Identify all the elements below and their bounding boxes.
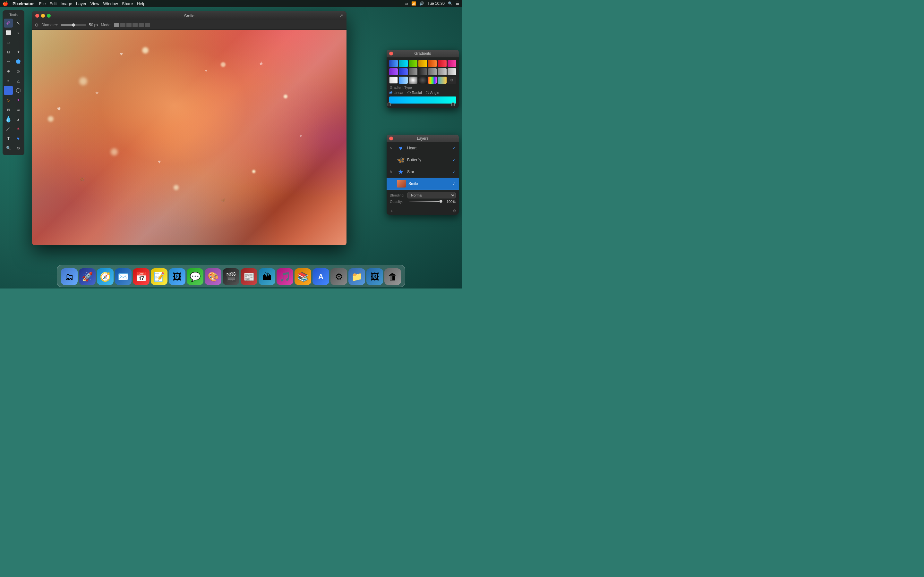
liquify-tool[interactable]: ≋	[14, 105, 23, 114]
gradient-type-linear[interactable]: Linear	[389, 91, 404, 95]
dock-trash[interactable]: 🗑	[384, 268, 401, 285]
menu-window[interactable]: Window	[103, 1, 118, 6]
gradient-swatch-dark[interactable]	[418, 77, 427, 84]
gradient-swatch-pink[interactable]	[447, 60, 456, 67]
toolbar-settings-icon[interactable]: ⚙	[35, 23, 39, 27]
move-tool[interactable]: ✛	[14, 47, 23, 56]
gradient-swatch-gray1[interactable]	[409, 68, 417, 75]
dock-appstore[interactable]: A	[312, 268, 329, 285]
window-expand-button[interactable]: ⤢	[339, 13, 343, 18]
dock-notes[interactable]: 📝	[151, 268, 168, 285]
color-line-tool[interactable]: ✶	[14, 124, 23, 133]
gradient-swatch-gray4[interactable]	[438, 68, 446, 75]
dock-folder[interactable]: 📁	[349, 268, 365, 285]
dock-papers[interactable]: 📰	[241, 268, 257, 285]
apple-menu[interactable]: 🍎	[3, 1, 8, 6]
layer-star[interactable]: fx ★ Star ✓	[387, 166, 459, 178]
dock-mail[interactable]: ✉️	[115, 268, 132, 285]
layer-heart-check[interactable]: ✓	[452, 146, 456, 150]
menu-file[interactable]: File	[39, 1, 45, 6]
layer-heart[interactable]: fx ♥ Heart ✓	[387, 142, 459, 154]
crop-tool[interactable]: ⊡	[4, 47, 13, 56]
layers-panel-close[interactable]	[389, 137, 393, 140]
dock-safari[interactable]: 🧭	[97, 268, 113, 285]
sharpen-tool[interactable]: △	[14, 76, 23, 85]
clone-stamp-tool[interactable]: ⊕	[4, 67, 13, 76]
canvas-area[interactable]: ♥ ♥ ♥ ♥ ♥ ★ ★ 🦋 🦋	[32, 30, 347, 245]
dock-photos[interactable]: 🏔	[258, 268, 275, 285]
layer-smile[interactable]: Smile ✓	[387, 178, 459, 190]
dock-pixelmator[interactable]: 🎨	[205, 268, 221, 285]
color-fill-tool[interactable]: ⬟	[14, 57, 23, 66]
dock-sysprefs[interactable]: ⚙	[330, 268, 347, 285]
mode-icon-3[interactable]	[126, 23, 132, 27]
gradient-swatch-cyan[interactable]	[399, 60, 407, 67]
smudge-tool[interactable]: ≈	[4, 76, 13, 85]
line-tool[interactable]: |	[2, 122, 15, 135]
blend-select[interactable]: NormalMultiplyScreenOverlayDarkenLighten…	[407, 192, 456, 198]
gradient-swatch-red[interactable]	[438, 60, 446, 67]
gradient-stop-left[interactable]	[388, 103, 391, 106]
diameter-slider[interactable]	[61, 24, 86, 26]
gradient-type-angle-radio[interactable]	[426, 91, 429, 94]
mode-icon-4[interactable]	[132, 23, 137, 27]
paint-brush-tool[interactable]: ✐	[4, 19, 13, 27]
menu-layer[interactable]: Layer	[76, 1, 87, 6]
menu-help[interactable]: Help	[137, 1, 145, 6]
gradient-swatch-indigo[interactable]	[399, 68, 407, 75]
pencil-tool[interactable]: ✏	[4, 57, 13, 66]
fill-rect-tool[interactable]: ■	[4, 86, 13, 95]
gradient-swatch-purple[interactable]	[389, 68, 398, 75]
layer-smile-check[interactable]: ✓	[452, 181, 456, 186]
mode-icon-2[interactable]	[120, 23, 126, 27]
eyedropper-tool[interactable]: ⊘	[14, 143, 23, 153]
gradient-swatch-settings[interactable]: ⚙	[447, 77, 456, 84]
gradient-type-radial-radio[interactable]	[407, 91, 411, 94]
gradient-swatch-green[interactable]	[409, 60, 417, 67]
blur-tool[interactable]: 💧	[4, 115, 13, 124]
gradient-stop-right[interactable]	[451, 103, 455, 106]
gradient-bar[interactable]	[389, 97, 456, 103]
app-name[interactable]: Pixelmator	[13, 1, 34, 6]
color-splash-tool[interactable]: ✦	[14, 95, 23, 105]
menu-edit[interactable]: Edit	[49, 1, 57, 6]
opacity-slider[interactable]	[409, 201, 443, 202]
layer-star-check[interactable]: ✓	[452, 169, 456, 174]
eraser-tool[interactable]: ▭	[4, 38, 13, 47]
shape-tool[interactable]: ♥	[14, 134, 23, 143]
dock-quicktime[interactable]: 🎬	[223, 268, 239, 285]
gradients-panel-close[interactable]	[389, 52, 393, 55]
dock-calendar[interactable]: 📅	[133, 268, 150, 285]
layer-remove-button[interactable]: −	[394, 208, 399, 213]
gradient-swatch-gray2[interactable]	[418, 68, 427, 75]
text-tool[interactable]: T	[4, 134, 13, 143]
dock-finder[interactable]: 🗂	[61, 268, 78, 285]
dock-photo-viewer[interactable]: 🖼	[169, 268, 186, 285]
gradient-swatch-blue[interactable]	[389, 60, 398, 67]
menubar-search[interactable]: 🔍	[448, 1, 453, 6]
mode-icon-6[interactable]	[145, 23, 150, 27]
dock-messages[interactable]: 💬	[187, 268, 204, 285]
gradient-type-angle[interactable]: Angle	[426, 91, 439, 95]
layer-add-button[interactable]: +	[389, 208, 394, 213]
lasso-tool[interactable]: ⌒	[14, 38, 23, 47]
window-close-button[interactable]	[35, 14, 39, 18]
ellipse-select-tool[interactable]: ○	[14, 28, 23, 37]
gradient-swatch-gray-round[interactable]	[409, 77, 417, 84]
gradient-swatch-white[interactable]	[389, 77, 398, 84]
gradient-swatch-gray3[interactable]	[428, 68, 437, 75]
paint-bucket-tool[interactable]: ⬡	[14, 86, 23, 95]
dock-ibooks[interactable]: 📚	[294, 268, 311, 285]
layer-butterfly[interactable]: 🦋 Butterfly ✓	[387, 154, 459, 166]
rect-select-tool[interactable]: ⬜	[4, 28, 13, 37]
mode-icon-1[interactable]	[114, 23, 120, 27]
retouch-tool[interactable]: ◎	[14, 67, 23, 76]
dock-itunes[interactable]: 🎵	[276, 268, 293, 285]
gradient-swatch-orange[interactable]	[428, 60, 437, 67]
gradient-type-linear-radio[interactable]	[389, 91, 393, 94]
gradient-swatch-blue-white[interactable]	[399, 77, 407, 84]
gradient-swatch-lightgray[interactable]	[447, 68, 456, 75]
burn-tool[interactable]: ○	[4, 95, 13, 105]
warp-tool[interactable]: ⊠	[4, 105, 13, 114]
sharpen2-tool[interactable]: ▲	[14, 115, 23, 124]
